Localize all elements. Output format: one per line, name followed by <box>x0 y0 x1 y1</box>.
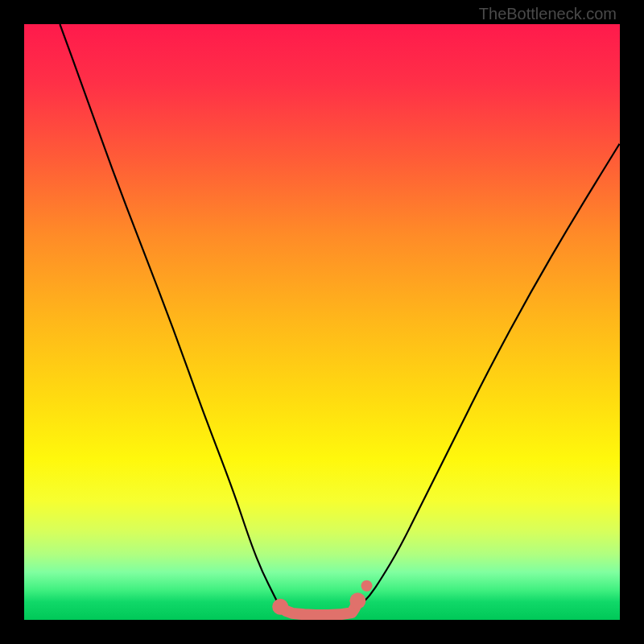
watermark-text: TheBottleneck.com <box>479 5 617 23</box>
right-curve-line <box>357 143 620 608</box>
chart-frame <box>24 24 620 620</box>
bottom-marker-connector <box>280 601 357 615</box>
chart-curves <box>24 24 620 620</box>
bottom-marker-dot <box>349 592 365 609</box>
left-curve-line <box>60 24 280 608</box>
bottom-marker-dot <box>272 599 288 615</box>
bottom-marker-group <box>272 580 372 615</box>
bottom-marker-dot <box>361 580 373 592</box>
